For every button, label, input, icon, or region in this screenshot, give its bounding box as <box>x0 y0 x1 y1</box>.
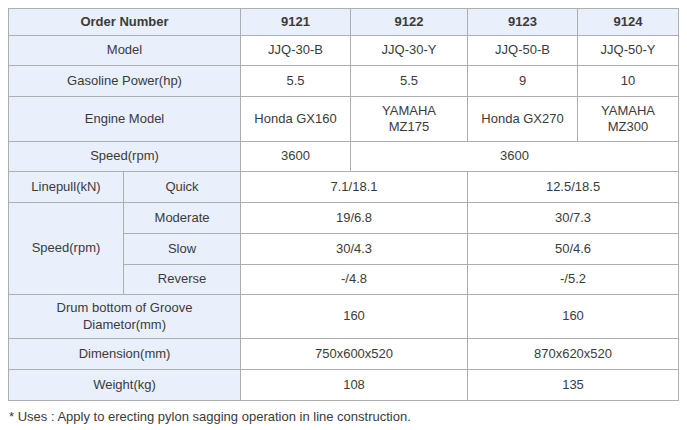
engine-speed-label: Speed(rpm) <box>9 142 241 172</box>
engine-model-value: YAMAHA MZ300 <box>578 97 679 142</box>
table-row-gasoline-power: Gasoline Power(hp) 5.5 5.5 9 10 <box>9 66 679 97</box>
speed-moderate-label: Moderate <box>124 203 241 234</box>
spec-sheet-page: Order Number 9121 9122 9123 9124 Model J… <box>0 0 687 430</box>
model-value: JJQ-30-B <box>241 36 351 66</box>
weight-label: Weight(kg) <box>9 370 241 401</box>
dimension-label: Dimension(mm) <box>9 339 241 370</box>
model-value: JJQ-30-Y <box>351 36 468 66</box>
engine-model-label: Engine Model <box>9 97 241 142</box>
linepull-quick-value-30: 7.1/18.1 <box>241 172 468 203</box>
gasoline-power-label: Gasoline Power(hp) <box>9 66 241 97</box>
linepull-quick-label: Quick <box>124 172 241 203</box>
table-row-linepull-quick: Linepull(kN) Quick 7.1/18.1 12.5/18.5 <box>9 172 679 203</box>
speed-slow-label: Slow <box>124 234 241 265</box>
order-number-header: Order Number <box>9 9 241 36</box>
gasoline-power-value: 10 <box>578 66 679 97</box>
table-row-drum-diameter: Drum bottom of Groove Diametor(mm) 160 1… <box>9 295 679 339</box>
drum-diameter-label: Drum bottom of Groove Diametor(mm) <box>9 295 241 339</box>
table-row-speed-moderate: Speed(rpm) Moderate 19/6.8 30/7.3 <box>9 203 679 234</box>
speed-moderate-value-30: 19/6.8 <box>241 203 468 234</box>
engine-speed-value-merged: 3600 <box>351 142 679 172</box>
weight-value-50: 135 <box>468 370 679 401</box>
table-row-weight: Weight(kg) 108 135 <box>9 370 679 401</box>
gasoline-power-value: 9 <box>468 66 578 97</box>
table-row-engine-model: Engine Model Honda GX160 YAMAHA MZ175 Ho… <box>9 97 679 142</box>
model-value: JJQ-50-Y <box>578 36 679 66</box>
table-row-model: Model JJQ-30-B JJQ-30-Y JJQ-50-B JJQ-50-… <box>9 36 679 66</box>
speed-slow-value-50: 50/4.6 <box>468 234 679 265</box>
dimension-value-30: 750x600x520 <box>241 339 468 370</box>
uses-footnote: * Uses : Apply to erecting pylon sagging… <box>8 409 687 424</box>
table-row-dimension: Dimension(mm) 750x600x520 870x620x520 <box>9 339 679 370</box>
gasoline-power-value: 5.5 <box>241 66 351 97</box>
model-value: JJQ-50-B <box>468 36 578 66</box>
model-label: Model <box>9 36 241 66</box>
col-header-9123: 9123 <box>468 9 578 36</box>
linepull-group-label: Linepull(kN) <box>9 172 124 203</box>
col-header-9121: 9121 <box>241 9 351 36</box>
speed-reverse-value-50: -/5.2 <box>468 265 679 295</box>
weight-value-30: 108 <box>241 370 468 401</box>
gasoline-power-value: 5.5 <box>351 66 468 97</box>
table-row-engine-speed: Speed(rpm) 3600 3600 <box>9 142 679 172</box>
engine-model-value: Honda GX160 <box>241 97 351 142</box>
engine-model-value: Honda GX270 <box>468 97 578 142</box>
speed-reverse-label: Reverse <box>124 265 241 295</box>
speed-slow-value-30: 30/4.3 <box>241 234 468 265</box>
speed-moderate-value-50: 30/7.3 <box>468 203 679 234</box>
col-header-9124: 9124 <box>578 9 679 36</box>
engine-speed-value: 3600 <box>241 142 351 172</box>
spec-table: Order Number 9121 9122 9123 9124 Model J… <box>8 8 679 401</box>
drum-diameter-value-50: 160 <box>468 295 679 339</box>
dimension-value-50: 870x620x520 <box>468 339 679 370</box>
speed-reverse-value-30: -/4.8 <box>241 265 468 295</box>
speed-group-label: Speed(rpm) <box>9 203 124 295</box>
col-header-9122: 9122 <box>351 9 468 36</box>
linepull-quick-value-50: 12.5/18.5 <box>468 172 679 203</box>
table-row-header: Order Number 9121 9122 9123 9124 <box>9 9 679 36</box>
drum-diameter-value-30: 160 <box>241 295 468 339</box>
engine-model-value: YAMAHA MZ175 <box>351 97 468 142</box>
